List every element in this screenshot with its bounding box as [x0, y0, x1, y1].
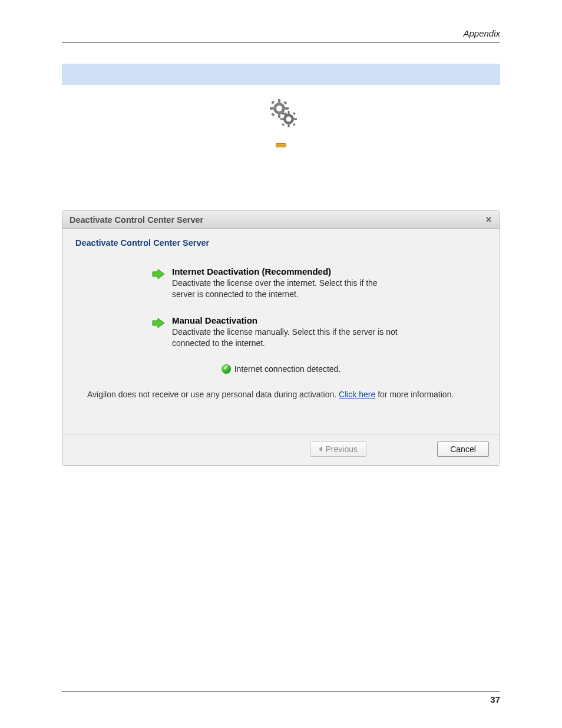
header-section: Appendix — [463, 28, 500, 38]
deactivate-dialog: Deactivate Control Center Server ✕ Deact… — [62, 210, 500, 466]
svg-marker-21 — [153, 318, 164, 328]
header-rule: Appendix — [62, 29, 500, 42]
svg-rect-17 — [293, 123, 296, 126]
svg-rect-8 — [271, 113, 275, 116]
svg-point-19 — [286, 117, 292, 122]
svg-rect-15 — [293, 112, 296, 115]
dialog-title: Deactivate Control Center Server — [70, 215, 483, 225]
svg-rect-6 — [271, 100, 275, 104]
svg-rect-12 — [288, 124, 290, 127]
check-icon — [222, 364, 231, 374]
svg-rect-5 — [283, 101, 287, 104]
gear-icon — [62, 98, 500, 133]
status-text: Internet connection detected. — [234, 364, 341, 374]
blue-banner — [62, 64, 500, 85]
previous-button: Previous — [310, 442, 366, 457]
svg-rect-11 — [288, 111, 290, 114]
dialog-button-bar: Previous Cancel — [62, 434, 500, 465]
option-desc: Deactivate the license over the internet… — [172, 278, 399, 300]
svg-rect-1 — [278, 99, 280, 103]
option-internet-deactivation[interactable]: Internet Deactivation (Recommended) Deac… — [152, 266, 399, 300]
svg-rect-2 — [278, 114, 280, 118]
svg-rect-4 — [285, 107, 289, 110]
dialog-titlebar: Deactivate Control Center Server ✕ — [62, 211, 500, 229]
dialog-heading: Deactivate Control Center Server — [75, 238, 487, 248]
svg-marker-20 — [153, 269, 164, 279]
arrow-right-icon — [152, 315, 168, 349]
arrow-right-icon — [152, 266, 168, 300]
svg-rect-3 — [270, 107, 273, 110]
option-desc: Deactivate the license manually. Select … — [172, 327, 399, 349]
option-label: Manual Deactivation — [172, 315, 399, 325]
svg-rect-14 — [294, 118, 297, 120]
option-manual-deactivation[interactable]: Manual Deactivation Deactivate the licen… — [152, 315, 399, 349]
option-label: Internet Deactivation (Recommended) — [172, 266, 399, 276]
arrow-left-icon — [319, 446, 322, 452]
svg-rect-13 — [280, 118, 283, 120]
cancel-button[interactable]: Cancel — [437, 442, 489, 457]
privacy-footnote: Avigilon does not receive or use any per… — [87, 389, 483, 400]
small-bar-icon — [62, 144, 500, 147]
close-icon[interactable]: ✕ — [483, 215, 494, 225]
connection-status: Internet connection detected. — [75, 364, 487, 374]
page-number: 37 — [490, 694, 500, 704]
footer-rule — [62, 691, 500, 691]
click-here-link[interactable]: Click here — [339, 390, 375, 399]
svg-point-9 — [276, 106, 282, 111]
svg-rect-18 — [282, 123, 285, 126]
